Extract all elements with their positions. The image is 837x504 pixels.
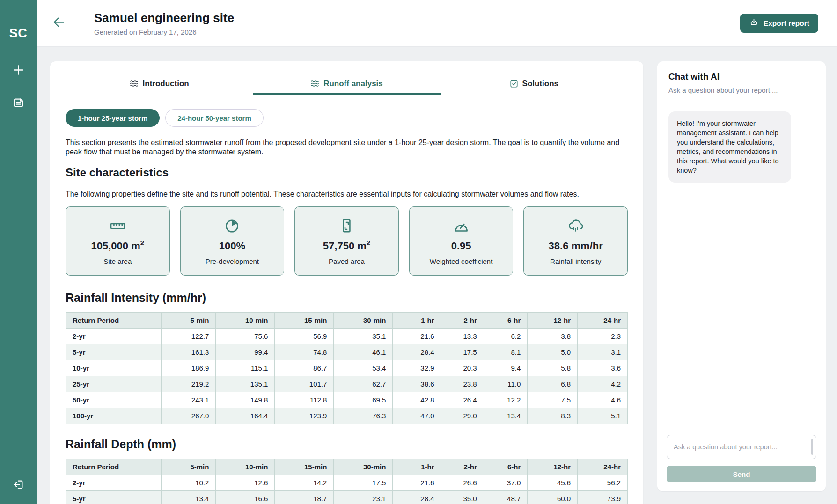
tab-solutions[interactable]: Solutions	[441, 73, 628, 94]
table-cell: 5.8	[528, 360, 578, 376]
storm-button-1h-25yr[interactable]: 1-hour 25-year storm	[66, 109, 160, 127]
row-label: 100-yr	[66, 408, 162, 424]
table-cell: 135.1	[216, 376, 275, 392]
metric-value: 38.6 mm/hr	[549, 239, 603, 252]
metric-label: Rainfall intensity	[550, 257, 601, 265]
back-button[interactable]	[37, 0, 81, 46]
table-cell: 4.6	[578, 392, 628, 408]
table-cell: 149.8	[216, 392, 275, 408]
column-header: 2-hr	[441, 313, 484, 329]
table-cell: 53.4	[334, 360, 393, 376]
table-cell: 48.7	[484, 491, 528, 504]
metric-card-paved-area: 57,750 m2 Paved area	[294, 206, 399, 276]
table-cell: 122.7	[162, 329, 216, 344]
page-subtitle: Generated on February 17, 2026	[94, 28, 234, 36]
table-cell: 3.6	[578, 360, 628, 376]
metric-card-rainfall-intensity: 38.6 mm/hr Rainfall intensity	[523, 206, 628, 276]
column-header: 5-min	[162, 459, 216, 475]
column-header: 6-hr	[484, 459, 528, 475]
metric-value: 100%	[219, 239, 245, 252]
table-cell: 123.9	[275, 408, 334, 424]
table-cell: 13.3	[441, 329, 484, 344]
table-cell: 161.3	[162, 344, 216, 360]
table-cell: 7.5	[528, 392, 578, 408]
table-cell: 69.5	[334, 392, 393, 408]
table-header-row: Return Period5-min10-min15-min30-min1-hr…	[66, 459, 628, 475]
rainfall-intensity-table: Return Period5-min10-min15-min30-min1-hr…	[66, 312, 628, 424]
storm-selector: 1-hour 25-year storm 24-hour 50-year sto…	[66, 109, 628, 127]
table-cell: 35.0	[441, 491, 484, 504]
metric-card-weighted-coefficient: 0.95 Weighted coefficient	[409, 206, 514, 276]
table-cell: 26.6	[441, 475, 484, 491]
table-cell: 23.1	[334, 491, 393, 504]
table-cell: 11.0	[484, 376, 528, 392]
check-square-icon	[510, 80, 518, 88]
table-row: 5-yr13.416.618.723.128.435.048.760.073.9	[66, 491, 628, 504]
download-icon	[749, 17, 759, 29]
table-row: 50-yr243.1149.8112.869.542.826.412.27.54…	[66, 392, 628, 408]
sidebar: SC	[0, 0, 37, 504]
new-report-button[interactable]	[8, 60, 29, 81]
table-cell: 5.1	[578, 408, 628, 424]
table-cell: 115.1	[216, 360, 275, 376]
table-cell: 164.4	[216, 408, 275, 424]
table-cell: 42.8	[393, 392, 441, 408]
table-cell: 12.2	[484, 392, 528, 408]
row-label: 2-yr	[66, 475, 162, 491]
column-header: 24-hr	[578, 459, 628, 475]
tab-label: Introduction	[143, 79, 189, 88]
site-metric-cards: 105,000 m2 Site area 100% Pre-developmen…	[66, 206, 628, 276]
storm-button-24h-50yr[interactable]: 24-hour 50-year storm	[165, 109, 264, 127]
chat-subtitle: Ask a question about your report ...	[668, 86, 815, 94]
table-cell: 99.4	[216, 344, 275, 360]
column-header: 12-hr	[528, 459, 578, 475]
ruler-icon	[109, 217, 126, 234]
input-scrollbar[interactable]	[811, 439, 813, 455]
table-cell: 17.5	[441, 344, 484, 360]
table-cell: 47.0	[393, 408, 441, 424]
table-cell: 28.4	[393, 344, 441, 360]
column-header: 5-min	[162, 313, 216, 329]
metric-label: Weighted coefficient	[430, 257, 493, 265]
gauge-icon	[453, 217, 470, 234]
table-cell: 76.3	[334, 408, 393, 424]
table-cell: 6.8	[528, 376, 578, 392]
document-icon	[12, 96, 25, 111]
table-cell: 16.6	[216, 491, 275, 504]
metric-value: 57,750 m2	[323, 239, 370, 252]
table-cell: 4.2	[578, 376, 628, 392]
chat-question-input[interactable]	[667, 435, 816, 459]
logout-icon	[12, 478, 25, 493]
row-label: 25-yr	[66, 376, 162, 392]
site-characteristics-heading: Site characteristics	[66, 166, 628, 179]
arrow-left-icon	[51, 16, 66, 30]
row-label: 2-yr	[66, 329, 162, 344]
table-cell: 186.9	[162, 360, 216, 376]
table-cell: 56.9	[275, 329, 334, 344]
table-cell: 18.7	[275, 491, 334, 504]
row-label: 5-yr	[66, 491, 162, 504]
table-cell: 21.6	[393, 329, 441, 344]
assistant-message: Hello! I'm your stormwater management as…	[668, 111, 791, 183]
tab-introduction[interactable]: Introduction	[66, 73, 253, 94]
send-button[interactable]: Send	[667, 466, 816, 482]
table-cell: 5.0	[528, 344, 578, 360]
rainfall-depth-heading: Rainfall Depth (mm)	[66, 437, 628, 451]
table-cell: 3.8	[528, 329, 578, 344]
reports-button[interactable]	[8, 93, 29, 114]
page-title: Samuel engineering site	[94, 11, 234, 25]
row-label: 5-yr	[66, 344, 162, 360]
column-header: 12-hr	[528, 313, 578, 329]
tab-label: Solutions	[522, 79, 558, 88]
table-cell: 14.2	[275, 475, 334, 491]
export-report-button[interactable]: Export report	[740, 14, 818, 33]
tab-label: Runoff analysis	[323, 79, 383, 88]
export-report-label: Export report	[764, 19, 809, 28]
logout-button[interactable]	[8, 475, 29, 496]
table-cell: 45.6	[528, 475, 578, 491]
table-cell: 32.9	[393, 360, 441, 376]
table-cell: 29.0	[441, 408, 484, 424]
tab-runoff-analysis[interactable]: Runoff analysis	[253, 73, 440, 94]
column-header: 6-hr	[484, 313, 528, 329]
column-header: 15-min	[275, 313, 334, 329]
